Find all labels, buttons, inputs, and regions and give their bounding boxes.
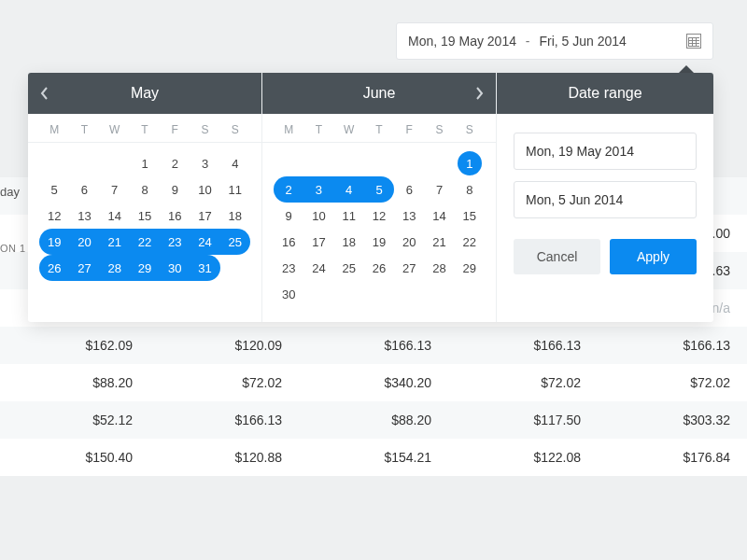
day-cell[interactable]: 20 — [69, 229, 99, 255]
week-row: 1 — [274, 150, 485, 176]
prev-month-button[interactable] — [28, 73, 62, 114]
range-to-input[interactable] — [514, 181, 697, 218]
sidebar-section-label: ON 1 — [0, 243, 26, 254]
day-cell[interactable]: 14 — [100, 203, 130, 229]
day-cell[interactable]: 5 — [39, 176, 69, 203]
table-cell: $72.02 — [598, 364, 747, 401]
table-row: $150.40$120.88$154.21$122.08$176.84 — [0, 439, 747, 476]
day-cell[interactable]: 17 — [303, 229, 333, 255]
day-cell[interactable]: 25 — [334, 255, 364, 281]
day-cell[interactable]: 16 — [274, 229, 303, 255]
day-cell[interactable]: 18 — [334, 229, 364, 255]
day-cell[interactable]: 11 — [220, 176, 250, 203]
table-cell: $303.32 — [598, 401, 747, 439]
next-month-button[interactable] — [462, 73, 496, 114]
week-row: 19202122232425 — [39, 229, 250, 255]
day-cell[interactable]: 2 — [160, 150, 190, 176]
day-cell[interactable]: 4 — [220, 150, 250, 176]
date-range-text: Mon, 19 May 2014 - Fri, 5 Jun 2014 — [408, 34, 627, 49]
day-cell[interactable]: 1 — [130, 150, 160, 176]
day-cell[interactable]: 26 — [364, 255, 394, 281]
day-cell[interactable]: 10 — [303, 203, 333, 229]
table-cell: $166.13 — [598, 327, 747, 364]
dow-row-left: MTWTFSS — [28, 114, 261, 143]
day-cell[interactable]: 4 — [334, 176, 364, 203]
day-cell[interactable]: 19 — [364, 229, 394, 255]
day-cell[interactable]: 3 — [190, 150, 219, 176]
week-row: 262728293031 — [39, 255, 250, 281]
day-cell[interactable]: 8 — [130, 176, 160, 203]
table-cell: $52.12 — [0, 401, 149, 439]
day-cell[interactable]: 31 — [190, 255, 219, 281]
day-cell[interactable]: 12 — [364, 203, 394, 229]
table-cell: $154.21 — [299, 439, 448, 476]
day-cell[interactable]: 23 — [274, 255, 303, 281]
date-range-trigger[interactable]: Mon, 19 May 2014 - Fri, 5 Jun 2014 — [396, 22, 713, 60]
day-cell[interactable]: 5 — [364, 176, 394, 203]
day-cell[interactable]: 7 — [100, 176, 130, 203]
day-cell[interactable]: 21 — [100, 229, 130, 255]
table-cell: $150.40 — [0, 439, 149, 476]
table-cell: $88.20 — [299, 401, 448, 439]
day-cell[interactable]: 7 — [424, 176, 454, 203]
day-cell[interactable]: 27 — [394, 255, 424, 281]
day-cell[interactable]: 16 — [160, 203, 190, 229]
day-cell[interactable]: 28 — [424, 255, 454, 281]
day-cell[interactable]: 18 — [220, 203, 250, 229]
day-cell[interactable]: 29 — [130, 255, 160, 281]
dow-row-right: MTWTFSS — [262, 114, 496, 143]
day-cell[interactable]: 27 — [69, 255, 99, 281]
dow-label: S — [455, 123, 485, 136]
day-cell[interactable]: 2 — [274, 176, 303, 203]
day-cell[interactable]: 25 — [220, 229, 250, 255]
day-cell[interactable]: 28 — [100, 255, 130, 281]
apply-button[interactable]: Apply — [610, 239, 697, 274]
dow-label: F — [160, 123, 190, 136]
day-cell[interactable]: 17 — [190, 203, 219, 229]
cancel-button[interactable]: Cancel — [514, 239, 600, 274]
table-cell: $166.13 — [299, 327, 448, 364]
day-cell[interactable]: 13 — [394, 203, 424, 229]
day-cell[interactable]: 30 — [160, 255, 190, 281]
dow-label: M — [274, 123, 303, 136]
dow-label: T — [364, 123, 394, 136]
table-cell: $122.08 — [448, 439, 598, 476]
dow-label: S — [220, 123, 250, 136]
week-row: 30 — [274, 281, 485, 307]
day-cell[interactable]: 9 — [274, 203, 303, 229]
week-row: 2345678 — [274, 176, 485, 203]
day-cell[interactable]: 10 — [190, 176, 219, 203]
day-cell[interactable]: 15 — [455, 203, 485, 229]
range-from-input[interactable] — [514, 133, 697, 170]
day-cell[interactable]: 26 — [39, 255, 69, 281]
day-cell[interactable]: 24 — [303, 255, 333, 281]
day-cell[interactable]: 21 — [424, 229, 454, 255]
day-cell[interactable]: 6 — [69, 176, 99, 203]
day-cell[interactable]: 9 — [160, 176, 190, 203]
day-cell[interactable]: 20 — [394, 229, 424, 255]
sidebar-label: day — [0, 185, 20, 199]
table-row: $88.20$72.02$340.20$72.02$72.02 — [0, 364, 747, 401]
day-cell[interactable]: 12 — [39, 203, 69, 229]
day-cell[interactable]: 1 — [458, 151, 482, 175]
day-cell[interactable]: 22 — [455, 229, 485, 255]
table-cell: $88.20 — [0, 364, 149, 401]
day-cell[interactable]: 30 — [274, 281, 303, 307]
day-cell[interactable]: 24 — [190, 229, 219, 255]
day-cell[interactable]: 29 — [455, 255, 485, 281]
day-cell[interactable]: 15 — [130, 203, 160, 229]
week-row: 23242526272829 — [274, 255, 485, 281]
day-cell[interactable]: 8 — [455, 176, 485, 203]
week-row: 1234 — [39, 150, 250, 176]
day-cell[interactable]: 11 — [334, 203, 364, 229]
month-left-header: May — [28, 73, 261, 114]
day-cell[interactable]: 23 — [160, 229, 190, 255]
day-cell[interactable]: 3 — [303, 176, 333, 203]
day-cell[interactable]: 22 — [130, 229, 160, 255]
day-cell[interactable]: 19 — [39, 229, 69, 255]
dow-label: T — [303, 123, 333, 136]
day-cell[interactable]: 6 — [394, 176, 424, 203]
dow-label: F — [394, 123, 424, 136]
day-cell[interactable]: 13 — [69, 203, 99, 229]
day-cell[interactable]: 14 — [424, 203, 454, 229]
